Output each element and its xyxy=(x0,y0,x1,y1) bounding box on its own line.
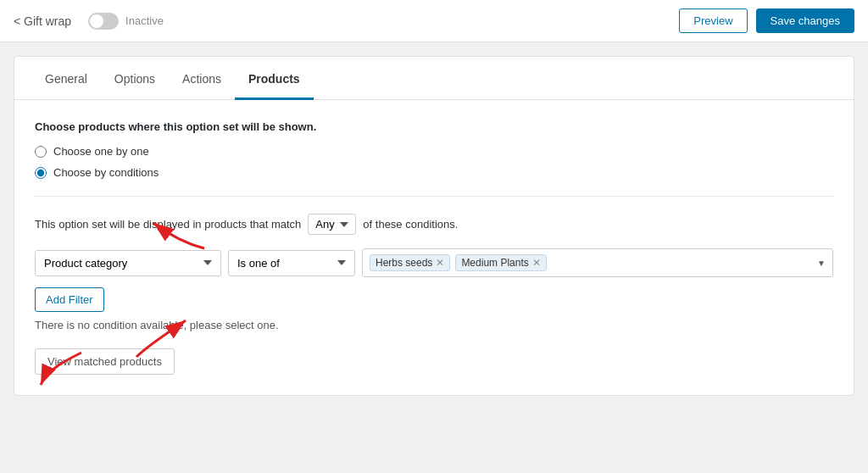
top-bar-right: Preview Save changes xyxy=(679,8,854,33)
match-select[interactable]: Any All xyxy=(308,214,356,235)
tag-medium-plants-remove[interactable]: ✕ xyxy=(532,258,541,268)
radio-one-by-one[interactable]: Choose one by one xyxy=(35,145,833,158)
radio-one-by-one-label: Choose one by one xyxy=(53,145,149,158)
top-bar-left: < Gift wrap Inactive xyxy=(14,13,164,30)
tab-general[interactable]: General xyxy=(31,57,101,100)
filter-row: Product category Is one of Herbs seeds ✕… xyxy=(35,248,833,277)
operator-select[interactable]: Is one of xyxy=(228,250,355,276)
section-heading: Choose products where this option set wi… xyxy=(35,120,833,133)
main-content: General Options Actions Products Choose … xyxy=(0,42,868,473)
card-wrapper: General Options Actions Products Choose … xyxy=(14,56,854,396)
category-select[interactable]: Product category xyxy=(35,250,221,276)
view-matched-button[interactable]: View matched products xyxy=(35,348,175,375)
tab-bar: General Options Actions Products xyxy=(14,57,854,100)
card-body: Choose products where this option set wi… xyxy=(14,100,854,395)
save-button[interactable]: Save changes xyxy=(756,8,854,33)
divider xyxy=(35,196,833,197)
card: General Options Actions Products Choose … xyxy=(14,56,854,396)
preview-button[interactable]: Preview xyxy=(679,8,747,33)
tab-actions[interactable]: Actions xyxy=(169,57,235,100)
status-label: Inactive xyxy=(125,14,164,27)
tag-medium-plants-label: Medium Plants xyxy=(461,257,528,269)
condition-intro-suffix: of these conditions. xyxy=(363,218,458,231)
tag-herbs-label: Herbs seeds xyxy=(376,257,432,269)
tag-herbs: Herbs seeds ✕ xyxy=(370,254,450,271)
radio-by-conditions-label: Choose by conditions xyxy=(53,166,159,179)
tags-field[interactable]: Herbs seeds ✕ Medium Plants ✕ ▼ xyxy=(362,248,833,277)
radio-group: Choose one by one Choose by conditions xyxy=(35,145,833,179)
toggle-wrap: Inactive xyxy=(88,13,164,30)
add-filter-button[interactable]: Add Filter xyxy=(35,287,104,312)
top-bar: < Gift wrap Inactive Preview Save change… xyxy=(0,0,868,42)
tag-medium-plants: Medium Plants ✕ xyxy=(455,254,546,271)
tag-herbs-remove[interactable]: ✕ xyxy=(436,258,444,268)
radio-one-by-one-input[interactable] xyxy=(35,146,47,158)
radio-by-conditions[interactable]: Choose by conditions xyxy=(35,166,833,179)
no-condition-text: There is no condition available, please … xyxy=(35,319,833,331)
condition-intro: This option set will be displayed in pro… xyxy=(35,214,833,235)
tab-options[interactable]: Options xyxy=(101,57,169,100)
status-toggle[interactable] xyxy=(88,13,119,30)
condition-intro-text: This option set will be displayed in pro… xyxy=(35,218,301,231)
back-link[interactable]: < Gift wrap xyxy=(14,14,71,28)
tab-products[interactable]: Products xyxy=(235,57,314,100)
radio-by-conditions-input[interactable] xyxy=(35,167,47,179)
tags-chevron-icon: ▼ xyxy=(817,259,826,268)
